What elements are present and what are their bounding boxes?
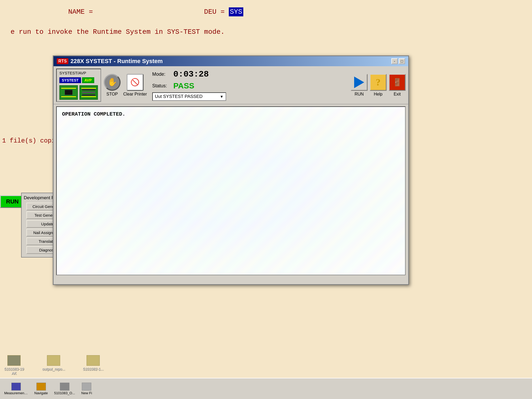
tab-avp[interactable]: AVP [82, 77, 94, 83]
run-btn-icon [351, 74, 368, 91]
board-chip-1 [65, 90, 73, 95]
dropdown-value: Uut SYSTEST PASSED [155, 94, 203, 99]
desktop-icon-label-3: 5101082-1... [83, 367, 104, 371]
mode-time-value: 0:03:28 [173, 69, 209, 79]
taskbar-5101083-icon [60, 383, 69, 391]
titlebar-title: RTS 228X SYSTEST - Runtime System [57, 58, 163, 65]
exit-door-icon: 🚪 [393, 78, 402, 87]
status-row: Status: PASS [152, 81, 345, 90]
mode-label: Mode: [152, 72, 171, 77]
question-mark-icon: ? [376, 77, 381, 88]
stop-btn-area: ✋ STOP [104, 74, 121, 97]
window-titlebar: RTS 228X SYSTEST - Runtime System - □ [54, 56, 408, 66]
rts-icon: RTS [57, 58, 68, 64]
dropdown-arrow-icon: ▼ [220, 94, 224, 99]
taskbar-item-newfi[interactable]: New Fi [79, 382, 94, 396]
board-icon-2 [79, 85, 98, 100]
systest-avp-panel: SYSTEST/AVP SYSTEST AVP [56, 69, 101, 102]
desktop-icon-img-3 [87, 355, 100, 366]
taskbar-newfi-icon [82, 383, 91, 391]
printer-symbol-icon: 🚫 [130, 78, 140, 87]
window-title: 228X SYSTEST - Runtime System [70, 58, 163, 65]
run-btn-label: RUN [355, 92, 364, 97]
run-action-btn[interactable]: RUN [351, 74, 368, 97]
play-triangle-icon [354, 77, 364, 88]
desktop-icon-2[interactable]: output_repo... [42, 355, 65, 375]
clear-printer-area: 🚫 Clear Printer [123, 74, 147, 97]
board-icon-1 [59, 85, 78, 100]
output-text: OPERATION COMPLETED. [62, 111, 125, 117]
exit-btn-icon: 🚪 [389, 74, 406, 91]
taskbar-navigate-label: Navigate [34, 391, 48, 395]
term-line-invoke: e run to invoke the Runtime System in SY… [11, 28, 521, 36]
help-btn-label: Help [374, 92, 383, 97]
desktop-icons: 5101083-19 AK output_repo... 5101082-1..… [2, 355, 105, 375]
stop-icon[interactable]: ✋ [104, 74, 121, 91]
taskbar-item-5101083[interactable]: 5101083_O... [52, 382, 77, 396]
titlebar-controls: - □ [391, 58, 405, 64]
clear-printer-label: Clear Printer [123, 92, 147, 97]
runtime-window: RTS 228X SYSTEST - Runtime System - □ SY… [53, 55, 409, 285]
desktop-icon-3[interactable]: 5101082-1... [81, 355, 105, 375]
desktop-icon-1[interactable]: 5101083-19 AK [2, 355, 26, 375]
taskbar-measurement-label: Measurement Automation [4, 391, 28, 395]
help-action-btn[interactable]: ? Help [370, 74, 387, 97]
tab-systest[interactable]: SYSTEST [59, 77, 81, 83]
taskbar-navigate-icon [36, 383, 46, 391]
dev-highlight: SYS [229, 7, 243, 16]
stop-label: STOP [106, 92, 118, 97]
minimize-btn[interactable]: - [391, 58, 398, 64]
desktop-icon-img-1 [7, 355, 21, 366]
taskbar-5101083-label: 5101083_O... [54, 391, 75, 395]
action-buttons: RUN ? Help 🚪 Exit [351, 74, 406, 97]
clear-printer-icon[interactable]: 🚫 [127, 74, 144, 91]
status-label: Status: [152, 83, 171, 89]
maximize-btn[interactable]: □ [399, 58, 405, 64]
taskbar-newfi-label: New Fi [81, 391, 92, 395]
stop-hand-icon: ✋ [107, 77, 117, 87]
status-dropdown[interactable]: Uut SYSTEST PASSED ▼ [152, 92, 226, 101]
systest-avp-tabs: SYSTEST AVP [59, 77, 98, 83]
desktop-icon-img-2 [47, 355, 60, 366]
help-btn-icon: ? [370, 74, 387, 91]
systest-avp-title: SYSTEST/AVP [59, 71, 98, 75]
term-line-name: NAME = DEU = SYS [11, 8, 521, 16]
output-area: OPERATION COMPLETED. [56, 106, 406, 275]
shimmer-overlay [57, 107, 405, 275]
desktop-icon-label-1: 5101083-19 AK [2, 367, 26, 375]
taskbar-measurement-icon [11, 383, 21, 391]
term-line-blank [11, 18, 521, 26]
exit-btn-label: Exit [394, 92, 401, 97]
toolbar: SYSTEST/AVP SYSTEST AVP [54, 66, 408, 104]
taskbar-item-measurement[interactable]: Measurement Automation [2, 382, 30, 396]
dropdown-row: Uut SYSTEST PASSED ▼ [152, 92, 345, 101]
status-area: Mode: 0:03:28 Status: PASS Uut SYSTEST P… [150, 68, 348, 102]
desktop-icon-label-2: output_repo... [42, 367, 65, 371]
taskbar-item-navigate[interactable]: Navigate [32, 382, 50, 396]
exit-action-btn[interactable]: 🚪 Exit [389, 74, 406, 97]
board-icons [59, 85, 98, 100]
status-pass-value: PASS [173, 81, 194, 90]
taskbar: Measurement Automation Navigate 5101083_… [0, 378, 532, 399]
mode-row: Mode: 0:03:28 [152, 69, 345, 79]
